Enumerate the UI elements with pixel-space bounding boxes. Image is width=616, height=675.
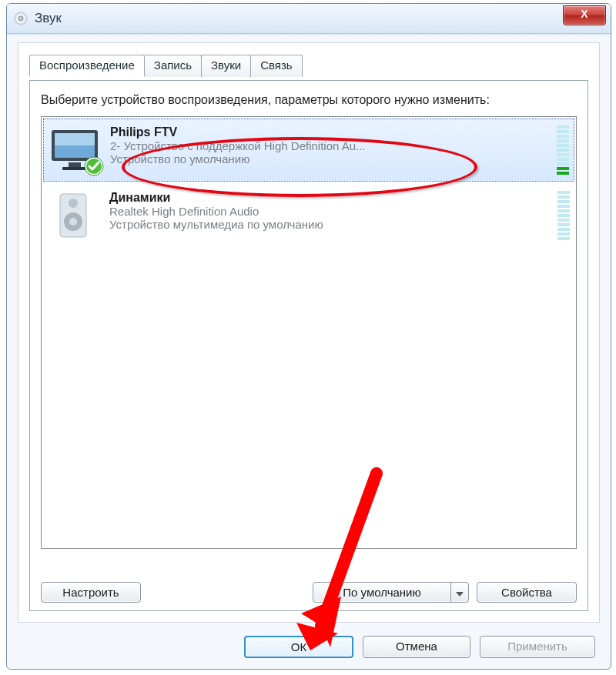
svg-rect-6 (55, 133, 95, 145)
ok-button[interactable]: ОК (244, 636, 353, 658)
properties-button[interactable]: Свойства (477, 582, 577, 603)
dialog-button-row: ОК Отмена Применить (244, 636, 595, 658)
panel-button-row: Настроить По умолчанию Свойства (41, 582, 577, 603)
playback-panel: Выберите устройство воспроизведения, пар… (29, 80, 588, 611)
configure-button[interactable]: Настроить (41, 582, 141, 603)
svg-point-3 (19, 17, 22, 19)
client-area: Воспроизведение Запись Звуки Связь Выбер… (18, 42, 600, 623)
tab-communications[interactable]: Связь (250, 55, 302, 77)
instruction-text: Выберите устройство воспроизведения, пар… (41, 92, 577, 109)
close-icon: X (581, 8, 588, 20)
device-status: Устройство мультимедиа по умолчанию (109, 218, 553, 231)
device-name: Динамики (109, 191, 553, 205)
device-desc: 2- Устройство с поддержкой High Definiti… (110, 139, 552, 152)
svg-rect-7 (69, 162, 81, 167)
close-button[interactable]: X (563, 5, 606, 25)
tab-sounds[interactable]: Звуки (201, 55, 251, 77)
sound-dialog-window: Звук X Воспроизведение Запись Звуки Связ… (6, 3, 611, 670)
svg-point-13 (69, 199, 78, 208)
level-meter (557, 191, 570, 240)
tab-playback[interactable]: Воспроизведение (29, 55, 145, 77)
tab-strip: Воспроизведение Запись Звуки Связь (29, 54, 599, 76)
set-default-split-button[interactable]: По умолчанию (313, 582, 469, 603)
device-item-philips[interactable]: Philips FTV 2- Устройство с поддержкой H… (43, 119, 574, 182)
device-list[interactable]: Philips FTV 2- Устройство с поддержкой H… (41, 116, 577, 549)
device-status: Устройство по умолчанию (110, 152, 552, 165)
apply-button[interactable]: Применить (480, 636, 595, 658)
device-item-speakers[interactable]: Динамики Realtek High Definition Audio У… (42, 183, 576, 248)
titlebar[interactable]: Звук X (7, 4, 611, 34)
device-desc: Realtek High Definition Audio (109, 205, 553, 218)
chevron-down-icon (456, 586, 464, 599)
window-title: Звук (35, 11, 62, 26)
set-default-button: По умолчанию (313, 583, 451, 602)
default-check-icon (84, 156, 104, 176)
level-meter (557, 125, 569, 175)
set-default-dropdown[interactable] (451, 583, 468, 602)
device-name: Philips FTV (110, 125, 552, 139)
monitor-icon (49, 125, 104, 175)
sound-icon (13, 11, 28, 26)
tab-recording[interactable]: Запись (144, 55, 202, 77)
speaker-icon (48, 191, 103, 240)
cancel-button[interactable]: Отмена (363, 636, 470, 658)
svg-point-15 (69, 218, 77, 226)
